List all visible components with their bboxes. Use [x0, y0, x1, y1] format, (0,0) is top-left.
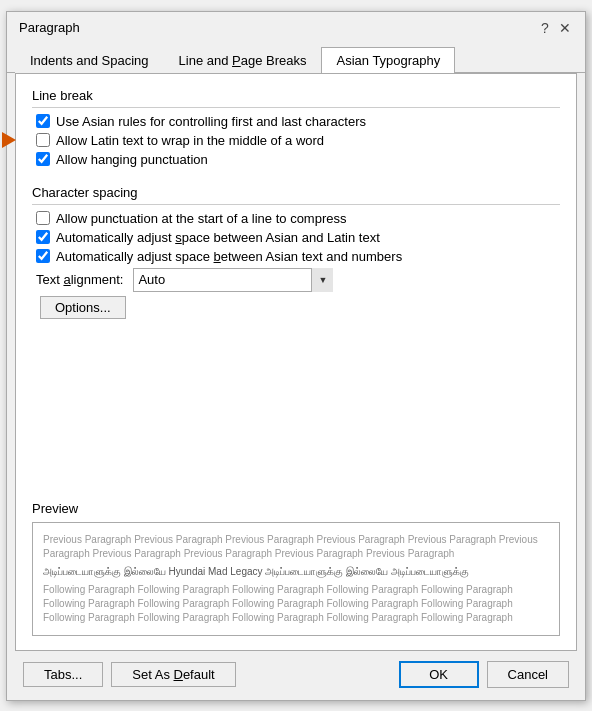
text-alignment-label: Text alignment: — [36, 272, 123, 287]
cb-asian-rules-label[interactable]: Use Asian rules for controlling first an… — [56, 114, 366, 129]
char-spacing-label: Character spacing — [32, 185, 560, 200]
cb-asian-numbers[interactable] — [36, 249, 50, 263]
options-button[interactable]: Options... — [40, 296, 126, 319]
help-button[interactable]: ? — [537, 20, 553, 36]
checkbox-row-punctuation: Allow punctuation at the start of a line… — [32, 211, 560, 226]
checkbox-row-asian-latin: Automatically adjust space between Asian… — [32, 230, 560, 245]
character-spacing-section: Character spacing Allow punctuation at t… — [32, 185, 560, 319]
tab-line-breaks[interactable]: Line and Page Breaks — [164, 47, 322, 73]
text-alignment-select[interactable]: Auto Left Right Center Distributed — [133, 268, 333, 292]
line-break-label: Line break — [32, 88, 560, 103]
cb-asian-latin-label[interactable]: Automatically adjust space between Asian… — [56, 230, 380, 245]
tab-asian-label: Asian Typography — [336, 53, 440, 68]
checkbox-row-latin-wrap: Allow Latin text to wrap in the middle o… — [32, 133, 560, 148]
text-alignment-row: Text alignment: Auto Left Right Center D… — [32, 268, 560, 292]
checkbox-row-asian-numbers: Automatically adjust space between Asian… — [32, 249, 560, 264]
footer-left: Tabs... Set As Default — [23, 662, 236, 687]
tab-indents-label: Indents and Spacing — [30, 53, 149, 68]
tab-indents[interactable]: Indents and Spacing — [15, 47, 164, 73]
title-controls: ? ✕ — [537, 20, 573, 36]
paragraph-dialog: Paragraph ? ✕ Indents and Spacing Line a… — [6, 11, 586, 701]
cancel-button[interactable]: Cancel — [487, 661, 569, 688]
dialog-title: Paragraph — [19, 20, 80, 35]
char-spacing-divider — [32, 204, 560, 205]
ok-button[interactable]: OK — [399, 661, 479, 688]
footer: Tabs... Set As Default OK Cancel — [7, 651, 585, 700]
line-break-section: Line break Use Asian rules for controlli… — [32, 88, 560, 171]
arrow-indicator — [2, 132, 16, 148]
footer-right: OK Cancel — [399, 661, 569, 688]
preview-prev-text: Previous Paragraph Previous Paragraph Pr… — [43, 533, 549, 561]
cb-hanging-label[interactable]: Allow hanging punctuation — [56, 152, 208, 167]
preview-section: Preview Previous Paragraph Previous Para… — [32, 501, 560, 636]
checkbox-row-hanging: Allow hanging punctuation — [32, 152, 560, 167]
cb-punctuation-label[interactable]: Allow punctuation at the start of a line… — [56, 211, 347, 226]
cb-latin-wrap-label[interactable]: Allow Latin text to wrap in the middle o… — [56, 133, 324, 148]
spacer — [32, 333, 560, 491]
set-default-button[interactable]: Set As Default — [111, 662, 235, 687]
preview-main-text: அடிப்படையாளுக்கு இல்லையே Hyundai Mad Leg… — [43, 565, 549, 579]
cb-punctuation[interactable] — [36, 211, 50, 225]
cb-latin-wrap[interactable] — [36, 133, 50, 147]
main-content: Line break Use Asian rules for controlli… — [15, 73, 577, 651]
preview-label: Preview — [32, 501, 560, 516]
cb-asian-numbers-label[interactable]: Automatically adjust space between Asian… — [56, 249, 402, 264]
tab-line-breaks-label: Line and Page Breaks — [179, 53, 307, 68]
line-break-divider — [32, 107, 560, 108]
cb-asian-rules[interactable] — [36, 114, 50, 128]
preview-follow-text: Following Paragraph Following Paragraph … — [43, 583, 549, 625]
cb-asian-latin[interactable] — [36, 230, 50, 244]
title-bar: Paragraph ? ✕ — [7, 12, 585, 42]
checkbox-row-asian-rules: Use Asian rules for controlling first an… — [32, 114, 560, 129]
tabs-container: Indents and Spacing Line and Page Breaks… — [7, 42, 585, 73]
preview-box: Previous Paragraph Previous Paragraph Pr… — [32, 522, 560, 636]
cb-hanging[interactable] — [36, 152, 50, 166]
tab-asian[interactable]: Asian Typography — [321, 47, 455, 73]
close-button[interactable]: ✕ — [557, 20, 573, 36]
tabs-button[interactable]: Tabs... — [23, 662, 103, 687]
text-alignment-select-wrapper: Auto Left Right Center Distributed ▼ — [133, 268, 333, 292]
